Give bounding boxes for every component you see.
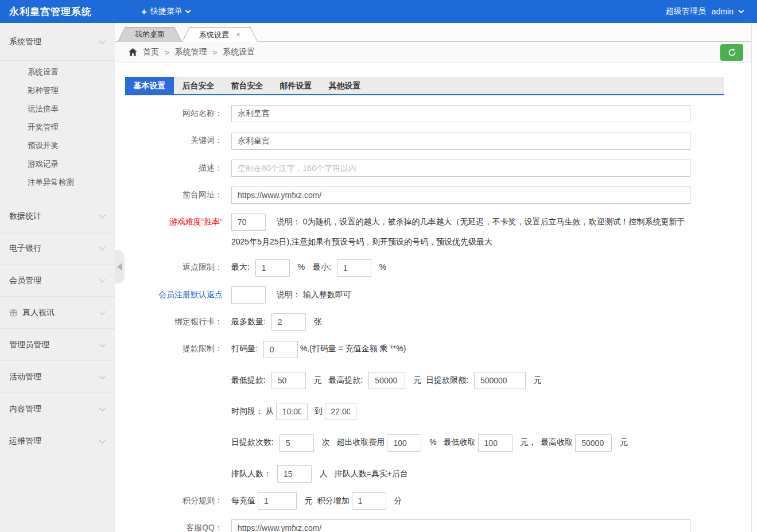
keywords-input[interactable] xyxy=(231,133,690,150)
breadcrumb-system-settings[interactable]: 系统设置 xyxy=(223,47,255,57)
bank-card-label: 绑定银行卡： xyxy=(125,313,223,330)
refresh-icon xyxy=(727,48,737,57)
time-from-input[interactable] xyxy=(276,403,308,420)
difficulty-input[interactable] xyxy=(231,213,266,231)
sidebar-item-system-settings[interactable]: 系统设置 xyxy=(0,63,115,81)
daily-limit-unit: 元 xyxy=(534,375,542,385)
site-url-input[interactable] xyxy=(231,187,690,204)
sidebar-group-admins[interactable]: 管理员管理 xyxy=(0,329,115,361)
breadcrumb-home[interactable]: 首页 xyxy=(143,47,159,57)
withdraw-times-unit: 次 xyxy=(322,437,330,446)
sidebar-group-members[interactable]: 会员管理 xyxy=(0,265,115,297)
sidebar-group-content[interactable]: 内容管理 xyxy=(0,393,115,425)
difficulty-note-line2: 2025年5月25日),注意如果有预设号码，则开预设的号码，预设优先级最大 xyxy=(231,234,699,249)
rebate-min-input[interactable] xyxy=(337,259,371,277)
sidebar-collapse-handle[interactable] xyxy=(115,250,125,284)
points-recharge-input[interactable] xyxy=(258,492,297,510)
breadcrumb-system-management[interactable]: 系统管理 xyxy=(175,47,207,57)
rebate-max-input[interactable] xyxy=(255,259,290,277)
website-name-input[interactable] xyxy=(231,105,690,122)
rebate-limit-row: 返点限制： 最大: % 最小: % xyxy=(125,258,757,276)
sidebar-group-activities[interactable]: 活动管理 xyxy=(0,361,115,393)
min-withdraw-unit: 元 xyxy=(314,375,322,385)
refresh-button[interactable] xyxy=(720,44,743,61)
sidebar: 系统管理 系统设置 彩种管理 玩法倍率 开奖管理 预设开奖 游戏记录 注单异常检… xyxy=(0,23,115,532)
keywords-label: 关键词： xyxy=(125,131,223,149)
rebate-min-label: 最小: xyxy=(313,262,331,271)
dama-note: %,(打码量 = 充值金额 乘 **%) xyxy=(300,344,406,353)
excess-fee-unit: % xyxy=(429,437,436,446)
sidebar-item-preset-draw[interactable]: 预设开奖 xyxy=(0,137,115,155)
chevron-down-icon xyxy=(739,7,744,13)
site-url-row: 前台网址： xyxy=(125,186,757,204)
daily-limit-input[interactable] xyxy=(474,372,526,389)
max-fee-label: 最高收取 xyxy=(541,437,573,446)
quick-menu-label: 快捷菜单 xyxy=(150,6,183,17)
app-title: 永利皇宫管理系统 xyxy=(0,5,101,18)
dama-input[interactable] xyxy=(263,341,298,358)
default-rebate-label[interactable]: 会员注册默认返点 xyxy=(125,286,223,303)
queue-input[interactable] xyxy=(277,465,312,483)
service-qq-input[interactable] xyxy=(231,519,690,532)
settings-tab-bar: 基本设置 后台安全 前台安全 邮件设置 其他设置 xyxy=(125,77,724,95)
collapse-arrow-icon xyxy=(117,263,122,271)
description-input[interactable] xyxy=(231,160,690,177)
top-bar: 永利皇宫管理系统 + 快捷菜单 超级管理员 admin xyxy=(0,0,757,23)
sidebar-group-statistics[interactable]: 数据统计 xyxy=(0,200,115,232)
sidebar-item-lottery-management[interactable]: 彩种管理 xyxy=(0,81,115,100)
max-withdraw-unit: 元 xyxy=(413,375,421,385)
chevron-down-icon xyxy=(99,244,105,250)
quick-menu-button[interactable]: + 快捷菜单 xyxy=(141,6,190,17)
sidebar-item-play-odds[interactable]: 玩法倍率 xyxy=(0,100,115,118)
chevron-down-icon xyxy=(99,340,105,347)
tab-mail-settings[interactable]: 邮件设置 xyxy=(271,77,320,94)
min-withdraw-input[interactable] xyxy=(271,372,306,389)
difficulty-row: 游戏难度“胜率“ 说明： 0为随机，设置的越大，被杀掉的几率越大（无延迟，不卡奖… xyxy=(125,213,757,249)
withdraw-times-input[interactable] xyxy=(279,434,314,452)
keywords-row: 关键词： xyxy=(125,131,757,149)
withdraw-times-row: 日提款次数: 次 超出收取费用 % 最低收取 元， 最高收取 元 xyxy=(125,433,757,451)
default-rebate-input[interactable] xyxy=(231,286,266,304)
close-icon[interactable]: × xyxy=(236,30,240,39)
min-fee-input[interactable] xyxy=(478,434,513,452)
withdraw-limit-label: 提款限制： xyxy=(125,340,223,357)
tab-frontend-security[interactable]: 前台安全 xyxy=(223,77,271,94)
sidebar-group-ebank[interactable]: 电子银行 xyxy=(0,232,115,265)
tab-system-settings[interactable]: 系统设置× xyxy=(182,27,258,42)
sidebar-item-draw-management[interactable]: 开奖管理 xyxy=(0,118,115,137)
bank-card-unit: 张 xyxy=(314,317,322,326)
points-add-input[interactable] xyxy=(352,492,386,510)
dama-label: 打码量: xyxy=(231,344,258,353)
tab-other-settings[interactable]: 其他设置 xyxy=(320,77,369,94)
tab-my-desktop[interactable]: 我的桌面 xyxy=(118,27,182,42)
sidebar-item-game-records[interactable]: 游戏记录 xyxy=(0,155,115,173)
vertical-scrollbar[interactable] xyxy=(751,23,757,532)
sidebar-group-system[interactable]: 系统管理 xyxy=(0,23,115,61)
points-recharge-unit: 元 xyxy=(305,496,313,505)
difficulty-note-line1: 说明： 0为随机，设置的越大，被杀掉的几率越大（无延迟，不卡奖，设置后立马生效，… xyxy=(277,217,685,226)
tab-backend-security[interactable]: 后台安全 xyxy=(174,77,223,94)
tab-basic-settings[interactable]: 基本设置 xyxy=(125,77,174,94)
user-role: 超级管理员 xyxy=(666,6,706,17)
service-qq-label: 客服QQ： xyxy=(125,519,223,532)
main-area: 我的桌面 系统设置× 首页 > 系统管理 > 系统设置 xyxy=(115,23,757,532)
time-to-input[interactable] xyxy=(325,403,356,420)
rebate-max-unit: % xyxy=(298,262,305,271)
user-menu[interactable]: 超级管理员 admin xyxy=(666,6,757,17)
points-row: 积分规则： 每充值 元 积分增加 分 xyxy=(125,492,757,510)
sidebar-group-live-video[interactable]: 真人视讯 xyxy=(0,297,115,329)
bank-card-count-input[interactable] xyxy=(271,313,306,331)
chevron-down-icon xyxy=(99,437,105,443)
sidebar-item-bet-anomaly[interactable]: 注单异常检测 xyxy=(0,173,115,192)
basic-settings-form: 网站名称： 关键词： 描述： 前台网址： 游戏难度“胜率“ xyxy=(125,104,757,532)
max-fee-input[interactable] xyxy=(575,434,612,452)
chevron-down-icon xyxy=(99,372,105,379)
chevron-down-icon xyxy=(99,212,105,218)
bank-card-count-label: 最多数量: xyxy=(231,317,266,326)
rebate-max-label: 最大: xyxy=(231,262,250,271)
gift-icon xyxy=(9,308,18,317)
time-to-label: 到 xyxy=(315,406,323,415)
max-withdraw-input[interactable] xyxy=(368,372,405,389)
excess-fee-input[interactable] xyxy=(387,434,421,452)
sidebar-group-operations[interactable]: 运维管理 xyxy=(0,425,115,457)
